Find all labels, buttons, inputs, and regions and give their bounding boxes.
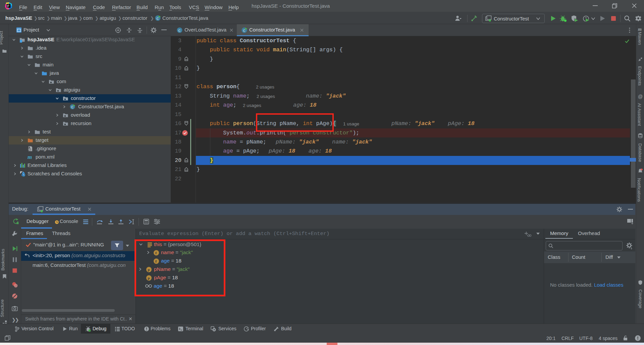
svg-text:m: m	[28, 154, 32, 160]
svg-text:C: C	[243, 28, 246, 33]
svg-text:C: C	[178, 28, 181, 33]
svg-text:C: C	[71, 105, 73, 109]
svg-text:C: C	[157, 16, 159, 21]
svg-text:IJ: IJ	[7, 4, 9, 7]
